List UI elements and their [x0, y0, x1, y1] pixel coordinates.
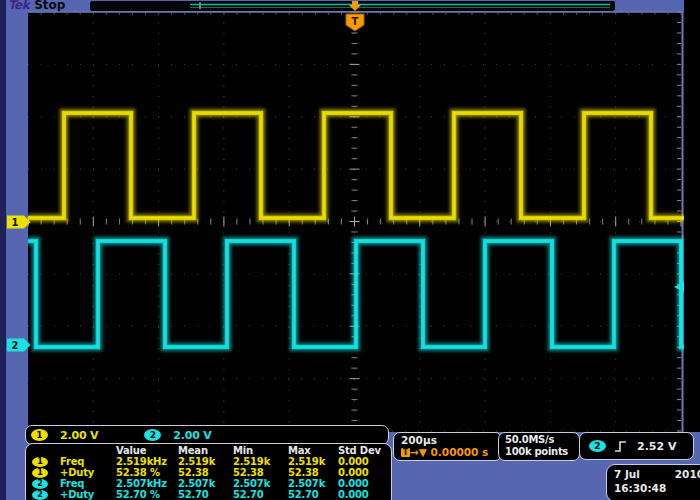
trigger-position-value: 0.00000 s [431, 446, 489, 458]
trigger-box[interactable]: 2 2.52 V [579, 432, 694, 460]
ch2-scale[interactable]: 2.00 V [173, 429, 211, 442]
row-channel-badge: 2 [32, 479, 48, 489]
date-day: 7 Jul [614, 467, 640, 481]
oscilloscope-screen: TekStop T12 1 2.00 V 2 2.00 V Value Mean… [0, 0, 700, 500]
meas-min: 52.38 [233, 467, 288, 478]
row-channel-badge: 1 [32, 468, 48, 478]
ch1-badge[interactable]: 1 [31, 429, 48, 441]
col-max: Max [288, 445, 338, 456]
meas-mean: 2.507k [178, 478, 233, 489]
trigger-source-badge: 2 [589, 440, 606, 452]
meas-name: Freq [60, 456, 116, 467]
ch2-ground-marker[interactable] [7, 339, 31, 352]
measurement-row: 2Freq2.507kHz2.507k2.507k2.507k0.000 [26, 478, 391, 489]
meas-max: 2.519k [288, 456, 338, 467]
date-year: 2010 [675, 467, 700, 481]
measurement-row: 1Freq2.519kHz2.519k2.519k2.519k0.000 [26, 456, 391, 467]
trigger-level: 2.52 V [637, 440, 676, 453]
meas-mean: 52.70 [178, 489, 233, 500]
row-channel-badge: 1 [32, 457, 48, 467]
meas-min: 52.70 [233, 489, 288, 500]
meas-max: 2.507k [288, 478, 338, 489]
trigger-position-row: T→▼ 0.00000 s [401, 446, 501, 458]
meas-stddev: 0.000 [338, 478, 391, 489]
col-stddev: Std Dev [338, 445, 391, 456]
record-trigger-arrow-icon[interactable] [349, 1, 361, 11]
meas-value: 52.70 % [116, 489, 178, 500]
channel-2-trace [28, 241, 684, 347]
meas-name: +Duty [60, 467, 116, 478]
ch1-scale[interactable]: 2.00 V [60, 429, 98, 442]
record-length: 100k points [505, 446, 579, 458]
meas-min: 2.507k [233, 478, 288, 489]
trigger-position-label: T [352, 16, 359, 27]
col-mean: Mean [178, 445, 233, 456]
arrow-down-icon: →▼ [410, 446, 427, 458]
channel-scale-bar[interactable]: 1 2.00 V 2 2.00 V [25, 425, 389, 445]
measurement-row: 1+Duty52.38 %52.3852.3852.380.000 [26, 467, 391, 478]
col-value: Value [116, 445, 178, 456]
ch2-ground-marker-label: 2 [12, 340, 19, 351]
meas-mean: 52.38 [178, 467, 233, 478]
channel-1-trace [28, 113, 684, 218]
meas-value: 2.507kHz [116, 478, 178, 489]
measurement-header-row: Value Mean Min Max Std Dev [26, 445, 391, 456]
meas-name: +Duty [60, 489, 116, 500]
time: 16:30:48 [614, 481, 700, 495]
ch1-ground-marker[interactable] [7, 216, 31, 229]
measurement-row: 2+Duty52.70 %52.7052.7052.700.000 [26, 489, 391, 500]
row-channel-badge: 2 [32, 490, 48, 500]
horizontal-box[interactable]: 200µs T→▼ 0.00000 s [393, 432, 502, 461]
meas-stddev: 0.000 [338, 489, 391, 500]
meas-value: 52.38 % [116, 467, 178, 478]
meas-value: 2.519kHz [116, 456, 178, 467]
sample-rate: 50.0MS/s [505, 434, 579, 446]
rising-edge-icon [614, 439, 627, 454]
col-min: Min [233, 445, 288, 456]
timebase-scale: 200µs [401, 434, 501, 446]
trigger-flag-icon: T [401, 448, 410, 457]
measurement-table: Value Mean Min Max Std Dev 1Freq2.519kHz… [25, 443, 392, 500]
meas-mean: 2.519k [178, 456, 233, 467]
datetime-box: 7 Jul 2010 16:30:48 [606, 464, 700, 500]
meas-stddev: 0.000 [338, 467, 391, 478]
meas-max: 52.38 [288, 467, 338, 478]
meas-stddev: 0.000 [338, 456, 391, 467]
meas-max: 52.70 [288, 489, 338, 500]
ch1-ground-marker-label: 1 [12, 217, 19, 228]
meas-name: Freq [60, 478, 116, 489]
meas-min: 2.519k [233, 456, 288, 467]
acquisition-box[interactable]: 50.0MS/s 100k points [498, 432, 580, 461]
ch2-badge[interactable]: 2 [144, 429, 161, 441]
